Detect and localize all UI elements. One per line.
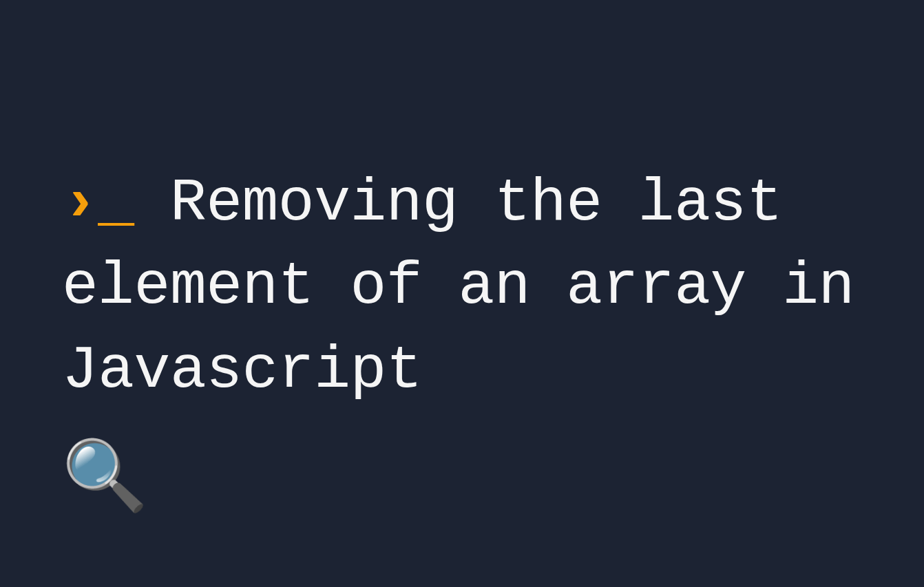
page-title: ›_ Removing the last element of an array… xyxy=(62,162,862,412)
magnifier-icon: 🔍 xyxy=(62,447,862,515)
prompt-prefix-icon: ›_ xyxy=(62,169,134,237)
angle-bracket-icon: › xyxy=(62,169,98,237)
underscore-icon: _ xyxy=(98,169,134,237)
content-container: ›_ Removing the last element of an array… xyxy=(0,0,924,515)
title-text: Removing the last element of an array in… xyxy=(62,169,854,405)
